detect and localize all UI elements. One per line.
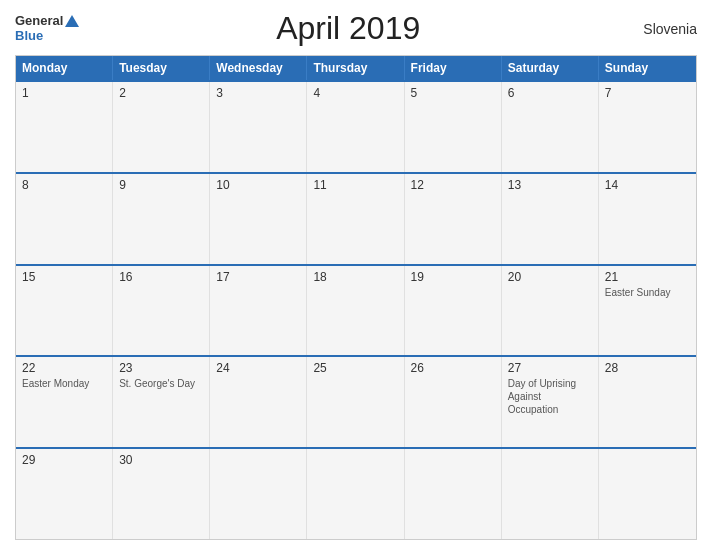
day-18: 18 bbox=[307, 266, 404, 356]
header-friday: Friday bbox=[405, 56, 502, 80]
logo-general-text: General bbox=[15, 14, 63, 28]
day-empty-1 bbox=[210, 449, 307, 539]
day-12: 12 bbox=[405, 174, 502, 264]
logo: General Blue bbox=[15, 14, 79, 43]
header-sunday: Sunday bbox=[599, 56, 696, 80]
day-empty-5 bbox=[599, 449, 696, 539]
logo-blue-text: Blue bbox=[15, 29, 43, 43]
day-29: 29 bbox=[16, 449, 113, 539]
day-15: 15 bbox=[16, 266, 113, 356]
week-row-1: 1 2 3 4 5 6 7 bbox=[16, 80, 696, 172]
day-30: 30 bbox=[113, 449, 210, 539]
day-2: 2 bbox=[113, 82, 210, 172]
calendar-grid: Monday Tuesday Wednesday Thursday Friday… bbox=[15, 55, 697, 540]
day-22: 22Easter Monday bbox=[16, 357, 113, 447]
calendar-page: General Blue April 2019 Slovenia Monday … bbox=[0, 0, 712, 550]
day-empty-4 bbox=[502, 449, 599, 539]
country-label: Slovenia bbox=[617, 21, 697, 37]
day-25: 25 bbox=[307, 357, 404, 447]
day-empty-3 bbox=[405, 449, 502, 539]
day-28: 28 bbox=[599, 357, 696, 447]
day-3: 3 bbox=[210, 82, 307, 172]
header-monday: Monday bbox=[16, 56, 113, 80]
week-row-5: 29 30 bbox=[16, 447, 696, 539]
day-16: 16 bbox=[113, 266, 210, 356]
day-19: 19 bbox=[405, 266, 502, 356]
header-thursday: Thursday bbox=[307, 56, 404, 80]
day-23: 23St. George's Day bbox=[113, 357, 210, 447]
week-row-3: 15 16 17 18 19 20 21Easter Sunday bbox=[16, 264, 696, 356]
day-10: 10 bbox=[210, 174, 307, 264]
day-17: 17 bbox=[210, 266, 307, 356]
day-27: 27Day of Uprising Against Occupation bbox=[502, 357, 599, 447]
week-row-4: 22Easter Monday 23St. George's Day 24 25… bbox=[16, 355, 696, 447]
page-title: April 2019 bbox=[79, 10, 617, 47]
calendar-body: 1 2 3 4 5 6 7 8 9 10 11 12 13 14 15 16 bbox=[16, 80, 696, 539]
day-8: 8 bbox=[16, 174, 113, 264]
day-1: 1 bbox=[16, 82, 113, 172]
day-24: 24 bbox=[210, 357, 307, 447]
day-26: 26 bbox=[405, 357, 502, 447]
day-14: 14 bbox=[599, 174, 696, 264]
day-13: 13 bbox=[502, 174, 599, 264]
calendar-header-row: Monday Tuesday Wednesday Thursday Friday… bbox=[16, 56, 696, 80]
logo-triangle-icon bbox=[65, 15, 79, 27]
week-row-2: 8 9 10 11 12 13 14 bbox=[16, 172, 696, 264]
day-11: 11 bbox=[307, 174, 404, 264]
day-9: 9 bbox=[113, 174, 210, 264]
header-saturday: Saturday bbox=[502, 56, 599, 80]
day-20: 20 bbox=[502, 266, 599, 356]
day-empty-2 bbox=[307, 449, 404, 539]
day-7: 7 bbox=[599, 82, 696, 172]
header-wednesday: Wednesday bbox=[210, 56, 307, 80]
day-4: 4 bbox=[307, 82, 404, 172]
page-header: General Blue April 2019 Slovenia bbox=[15, 10, 697, 47]
day-21: 21Easter Sunday bbox=[599, 266, 696, 356]
day-5: 5 bbox=[405, 82, 502, 172]
header-tuesday: Tuesday bbox=[113, 56, 210, 80]
day-6: 6 bbox=[502, 82, 599, 172]
